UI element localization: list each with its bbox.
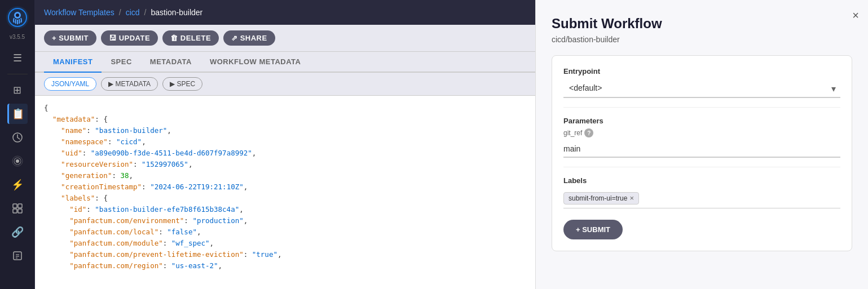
menu-icon[interactable]: ☰ [7, 48, 28, 68]
breadcrumb-cicd[interactable]: cicd [126, 8, 140, 17]
labels-label: Labels [563, 176, 840, 185]
sidebar-divider-1 [7, 74, 28, 74]
app-version: v3.5.5 [10, 34, 25, 40]
panel-title: Submit Workflow [552, 16, 852, 32]
right-panel: × Submit Workflow cicd/bastion-builder E… [535, 0, 868, 289]
form-divider-2 [563, 167, 840, 167]
submit-button[interactable]: + SUBMIT [44, 30, 96, 46]
history-icon[interactable] [7, 127, 28, 148]
svg-rect-11 [18, 209, 22, 213]
tab-manifest[interactable]: MANIFEST [44, 52, 102, 73]
parameters-label: Parameters [563, 117, 840, 125]
feed-icon[interactable] [7, 198, 28, 219]
link-icon[interactable]: 🔗 [7, 222, 28, 242]
lightning-icon[interactable]: ⚡ [7, 175, 28, 195]
sidebar: v3.5.5 ☰ ⊞ 📋 ⚡ 🔗 [0, 0, 35, 289]
sub-toolbar: JSON/YAML ▶ METADATA ▶ SPEC [35, 73, 535, 96]
entrypoint-group: Entrypoint <default> [563, 67, 840, 98]
parameters-group: Parameters git_ref ? [563, 117, 840, 158]
reports-icon[interactable] [7, 246, 28, 266]
git-ref-input[interactable] [563, 141, 840, 158]
svg-rect-12 [14, 252, 21, 260]
share-button[interactable]: ⇗ SHARE [223, 30, 275, 46]
svg-rect-10 [13, 209, 17, 213]
svg-rect-9 [18, 204, 22, 208]
delete-button[interactable]: 🗑 DELETE [162, 30, 219, 46]
git-ref-help-icon[interactable]: ? [584, 128, 593, 137]
metadata-label: ▶ METADATA [108, 80, 151, 88]
sub-btn-json-yaml[interactable]: JSON/YAML [44, 77, 96, 91]
sensors-icon[interactable] [7, 151, 28, 171]
code-editor[interactable]: { "metadata": { "name": "bastion-builder… [35, 96, 535, 289]
svg-point-5 [16, 159, 19, 163]
update-button[interactable]: 🖫 UPDATE [101, 30, 158, 46]
label-tag-text: submit-from-ui=true [569, 194, 627, 202]
sub-btn-metadata[interactable]: ▶ METADATA [101, 77, 158, 91]
form-divider-1 [563, 107, 840, 108]
main-tabs: MANIFEST SPEC METADATA WORKFLOW METADATA [35, 52, 535, 73]
entrypoint-label: Entrypoint [563, 67, 840, 75]
svg-rect-8 [13, 204, 17, 208]
sub-btn-spec[interactable]: ▶ SPEC [162, 77, 202, 91]
breadcrumb-current: bastion-builder [151, 8, 202, 17]
entrypoint-select[interactable]: <default> [563, 79, 840, 98]
app-logo [6, 6, 29, 29]
breadcrumb: Workflow Templates / cicd / bastion-buil… [35, 0, 535, 25]
breadcrumb-workflow-templates[interactable]: Workflow Templates [44, 8, 114, 17]
labels-group: Labels submit-from-ui=true × [563, 176, 840, 208]
tab-workflow-metadata[interactable]: WORKFLOW METADATA [201, 52, 310, 73]
tab-metadata[interactable]: METADATA [141, 52, 201, 73]
submit-main-button[interactable]: + SUBMIT [563, 220, 623, 239]
workflows-icon[interactable]: 📋 [7, 104, 28, 124]
dashboard-icon[interactable]: ⊞ [7, 80, 28, 100]
close-button[interactable]: × [852, 9, 859, 22]
main-toolbar: + SUBMIT 🖫 UPDATE 🗑 DELETE ⇗ SHARE [35, 25, 535, 52]
submit-form: Entrypoint <default> Parameters git_ref … [552, 55, 852, 251]
git-ref-text: git_ref [563, 129, 582, 137]
breadcrumb-sep-2: / [144, 8, 147, 17]
panel-subtitle: cicd/bastion-builder [552, 35, 852, 44]
label-tag-remove[interactable]: × [629, 194, 634, 202]
main-content: Workflow Templates / cicd / bastion-buil… [35, 0, 535, 289]
entrypoint-select-wrapper: <default> [563, 79, 840, 98]
json-yaml-label: JSON/YAML [51, 80, 89, 88]
tab-spec[interactable]: SPEC [102, 52, 140, 73]
svg-point-3 [16, 14, 19, 17]
git-ref-label: git_ref ? [563, 128, 840, 137]
label-tag-submit-from-ui: submit-from-ui=true × [563, 192, 639, 204]
labels-area: submit-from-ui=true × [563, 188, 840, 208]
breadcrumb-sep-1: / [119, 8, 121, 17]
spec-label: ▶ SPEC [170, 80, 195, 88]
